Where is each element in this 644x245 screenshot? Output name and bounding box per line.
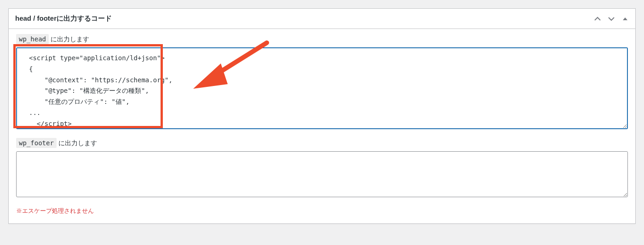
metabox-controls [593,14,630,23]
wp-footer-section: wp_footer に出力します [16,139,628,197]
wp-footer-label: wp_footer に出力します [16,139,628,148]
wp-footer-textarea[interactable] [16,151,628,197]
toggle-collapse-icon[interactable] [621,14,630,23]
wp-footer-label-suffix: に出力します [57,139,97,147]
metabox-head-footer: head / footerに出力するコード wp_head に出力します [8,8,636,224]
escape-note: ※エスケープ処理されません [16,207,628,215]
wp-head-tag: wp_head [16,34,49,44]
move-up-icon[interactable] [593,14,602,23]
wp-head-label-suffix: に出力します [49,35,89,43]
metabox-title: head / footerに出力するコード [15,14,593,23]
wp-head-textarea[interactable] [16,47,628,129]
metabox-body: wp_head に出力します wp_footer に出力します ※エスケープ処理… [9,29,635,223]
wp-footer-tag: wp_footer [16,138,57,148]
wp-head-label: wp_head に出力します [16,35,628,44]
move-down-icon[interactable] [607,14,616,23]
metabox-header: head / footerに出力するコード [9,9,635,29]
wp-head-textarea-wrap [16,47,628,129]
